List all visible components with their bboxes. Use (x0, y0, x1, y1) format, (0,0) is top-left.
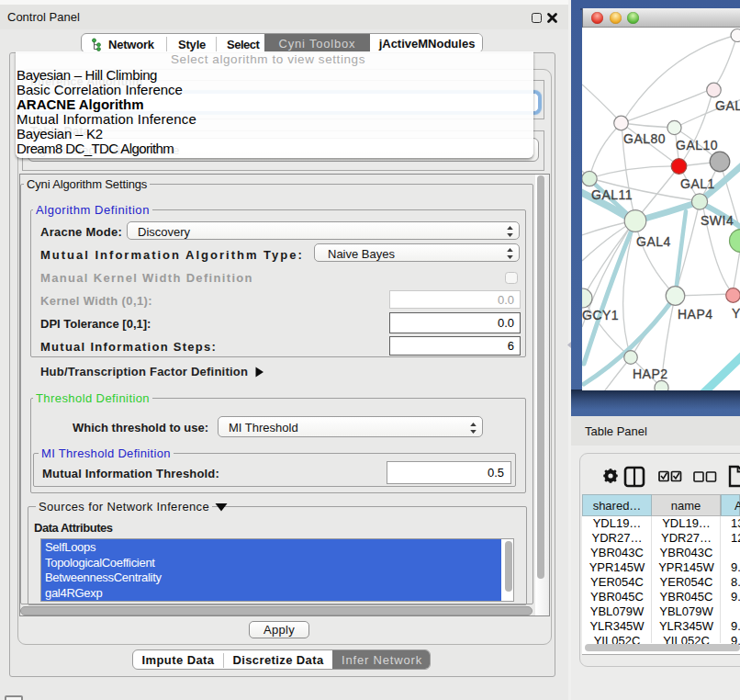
svg-text:HAP2: HAP2 (633, 367, 668, 381)
svg-text:GAL10: GAL10 (676, 138, 718, 152)
svg-text:GCY1: GCY1 (582, 308, 619, 322)
svg-text:GAL1: GAL1 (680, 176, 715, 191)
svg-text:GAL: GAL (715, 98, 740, 113)
svg-text:Y: Y (732, 306, 740, 321)
svg-text:GAL11: GAL11 (591, 187, 633, 202)
svg-text:SWI4: SWI4 (701, 213, 734, 228)
svg-text:GAL4: GAL4 (636, 234, 671, 249)
svg-text:GAL80: GAL80 (623, 131, 666, 146)
svg-text:HAP4: HAP4 (678, 307, 713, 322)
